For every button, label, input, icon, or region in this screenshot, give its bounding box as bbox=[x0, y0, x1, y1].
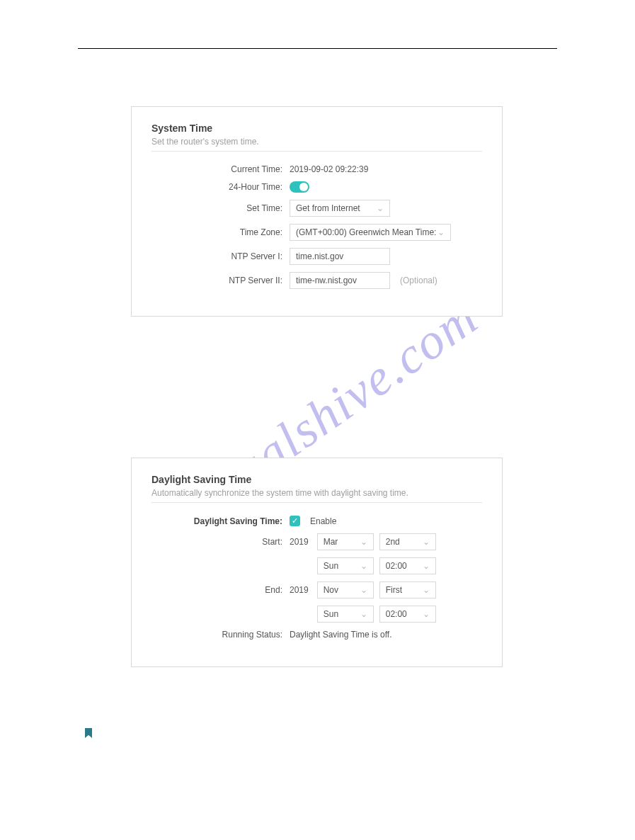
dst-end-time-select[interactable]: 02:00 ⌄ bbox=[379, 606, 436, 623]
timezone-select[interactable]: (GMT+00:00) Greenwich Mean Time: Dublin,… bbox=[290, 224, 451, 241]
hour24-toggle[interactable] bbox=[290, 181, 309, 193]
ntp1-row: NTP Server I: bbox=[151, 248, 482, 265]
chevron-down-icon: ⌄ bbox=[360, 609, 367, 619]
dst-end-row1: End: 2019 Nov ⌄ First ⌄ bbox=[151, 581, 482, 598]
chevron-down-icon: ⌄ bbox=[360, 537, 367, 547]
hour24-row: 24-Hour Time: bbox=[151, 181, 482, 193]
dst-start-day: Sun bbox=[324, 561, 338, 571]
page-top-rule bbox=[78, 48, 557, 49]
ntp2-row: NTP Server II: (Optional) bbox=[151, 272, 482, 289]
timezone-row: Time Zone: (GMT+00:00) Greenwich Mean Ti… bbox=[151, 224, 482, 241]
dst-start-label: Start: bbox=[151, 537, 290, 547]
dst-enable-text: Enable bbox=[310, 516, 336, 526]
ntp2-label: NTP Server II: bbox=[151, 276, 290, 285]
ntp1-label: NTP Server I: bbox=[151, 251, 290, 261]
dst-start-row1: Start: 2019 Mar ⌄ 2nd ⌄ bbox=[151, 533, 482, 550]
system-time-desc: Set the router's system time. bbox=[151, 137, 482, 152]
bookmark-icon bbox=[85, 728, 92, 738]
set-time-label: Set Time: bbox=[151, 203, 290, 213]
set-time-value: Get from Internet bbox=[296, 203, 360, 213]
dst-status-value: Daylight Saving Time is off. bbox=[290, 630, 392, 640]
dst-start-time-select[interactable]: 02:00 ⌄ bbox=[379, 557, 436, 574]
dst-end-ordinal: First bbox=[386, 585, 402, 595]
chevron-down-icon: ⌄ bbox=[360, 561, 367, 571]
dst-end-row2: 2019 Sun ⌄ 02:00 ⌄ bbox=[151, 606, 482, 623]
chevron-down-icon: ⌄ bbox=[360, 585, 367, 595]
dst-enable-row: Daylight Saving Time: ✓ Enable bbox=[151, 516, 482, 526]
dst-start-month: Mar bbox=[324, 537, 338, 547]
current-time-row: Current Time: 2019-09-02 09:22:39 bbox=[151, 164, 482, 174]
dst-label: Daylight Saving Time: bbox=[151, 516, 290, 526]
dst-start-month-select[interactable]: Mar ⌄ bbox=[317, 533, 374, 550]
chevron-down-icon: ⌄ bbox=[437, 227, 445, 237]
chevron-down-icon: ⌄ bbox=[377, 203, 384, 213]
chevron-down-icon: ⌄ bbox=[423, 537, 430, 547]
system-time-panel: System Time Set the router's system time… bbox=[131, 106, 503, 317]
toggle-knob bbox=[299, 183, 308, 191]
set-time-row: Set Time: Get from Internet ⌄ bbox=[151, 200, 482, 217]
dst-start-day-select[interactable]: Sun ⌄ bbox=[317, 557, 374, 574]
current-time-label: Current Time: bbox=[151, 164, 290, 174]
current-time-value: 2019-09-02 09:22:39 bbox=[290, 164, 368, 174]
dst-end-month-select[interactable]: Nov ⌄ bbox=[317, 581, 374, 598]
dst-title: Daylight Saving Time bbox=[151, 474, 482, 485]
dst-panel: Daylight Saving Time Automatically synch… bbox=[131, 458, 503, 667]
system-time-title: System Time bbox=[151, 123, 482, 134]
dst-start-year: 2019 bbox=[290, 537, 309, 547]
dst-desc: Automatically synchronize the system tim… bbox=[151, 488, 482, 503]
ntp1-input[interactable] bbox=[290, 248, 390, 265]
timezone-label: Time Zone: bbox=[151, 227, 290, 237]
dst-end-day-select[interactable]: Sun ⌄ bbox=[317, 606, 374, 623]
ntp2-input[interactable] bbox=[290, 272, 390, 289]
dst-start-row2: 2019 Sun ⌄ 02:00 ⌄ bbox=[151, 557, 482, 574]
dst-start-ordinal-select[interactable]: 2nd ⌄ bbox=[379, 533, 436, 550]
dst-end-label: End: bbox=[151, 585, 290, 595]
ntp2-optional: (Optional) bbox=[400, 276, 437, 285]
dst-end-year: 2019 bbox=[290, 585, 309, 595]
dst-status-row: Running Status: Daylight Saving Time is … bbox=[151, 630, 482, 640]
dst-status-label: Running Status: bbox=[151, 630, 290, 640]
chevron-down-icon: ⌄ bbox=[423, 585, 430, 595]
dst-end-time: 02:00 bbox=[386, 609, 407, 619]
dst-end-ordinal-select[interactable]: First ⌄ bbox=[379, 581, 436, 598]
chevron-down-icon: ⌄ bbox=[423, 609, 430, 619]
chevron-down-icon: ⌄ bbox=[423, 561, 430, 571]
dst-start-ordinal: 2nd bbox=[386, 537, 400, 547]
set-time-select[interactable]: Get from Internet ⌄ bbox=[290, 200, 390, 217]
dst-end-day: Sun bbox=[324, 609, 338, 619]
dst-end-month: Nov bbox=[324, 585, 338, 595]
hour24-label: 24-Hour Time: bbox=[151, 182, 290, 192]
dst-enable-checkbox[interactable]: ✓ bbox=[290, 516, 300, 526]
dst-start-time: 02:00 bbox=[386, 561, 407, 571]
timezone-value: (GMT+00:00) Greenwich Mean Time: Dublin,… bbox=[296, 227, 437, 237]
